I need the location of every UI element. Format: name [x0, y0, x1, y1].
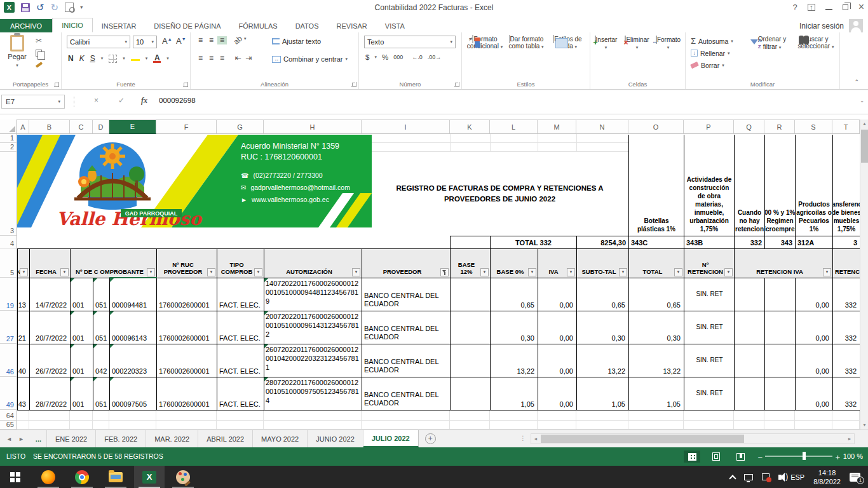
cell-empty[interactable]	[451, 344, 491, 377]
col-header-comprobante[interactable]: Nº DE C OMPROBANTE▼	[71, 249, 157, 278]
decrease-indent-icon[interactable]: ⇤	[233, 54, 243, 62]
row-header-filtered[interactable]: 19	[0, 278, 17, 311]
cell[interactable]: 0,00	[538, 344, 577, 377]
fill-color-icon[interactable]	[131, 54, 140, 63]
currency-format-icon[interactable]: $	[365, 53, 369, 61]
percent-format-icon[interactable]: %	[382, 53, 388, 61]
filter-icon[interactable]: ▼	[352, 268, 360, 276]
cell-proveedor[interactable]: BANCO CENTRAL DEL ECUADOR	[362, 311, 451, 344]
cell[interactable]: 26/7/2022	[30, 344, 71, 377]
cell[interactable]: 051	[93, 311, 110, 344]
tray-expand-icon[interactable]	[729, 475, 736, 482]
network-icon[interactable]	[744, 474, 753, 480]
expand-formula-bar-icon[interactable]: ⌄	[860, 98, 864, 104]
sheet-tab[interactable]: ABRIL 2022	[198, 430, 253, 447]
font-color-icon[interactable]: A	[153, 55, 161, 63]
number-dialog-launcher-icon[interactable]	[454, 82, 459, 87]
italic-button[interactable]: K	[79, 54, 85, 63]
cell[interactable]: 332	[833, 278, 860, 311]
decrease-decimal-icon[interactable]: .00→	[428, 54, 442, 60]
col-header-fecha[interactable]: FECHA▼	[30, 249, 71, 278]
font-dialog-launcher-icon[interactable]	[183, 82, 188, 87]
column-header[interactable]: A	[17, 120, 29, 134]
tax-header-agricolas[interactable]: Productos agricoilas o Pecuarios 1%	[796, 135, 833, 236]
total-code-s[interactable]: 312A	[796, 236, 833, 248]
cell[interactable]: 1760002600001	[157, 311, 217, 344]
taskbar-chrome[interactable]	[67, 466, 97, 488]
page-layout-view-icon[interactable]	[708, 451, 724, 463]
underline-button[interactable]: S	[90, 54, 95, 63]
clock[interactable]: 14:18 8/8/2022	[813, 468, 841, 486]
clear-button[interactable]: Borrar▾	[691, 59, 733, 71]
increase-indent-icon[interactable]: ⇥	[244, 54, 254, 62]
filter-icon[interactable]: ▼	[823, 268, 831, 276]
column-header[interactable]: G	[217, 120, 264, 134]
col-header-base0[interactable]: BASE 0%▼	[491, 249, 538, 278]
column-header[interactable]: I	[362, 120, 450, 134]
cell[interactable]: 0,30	[629, 311, 684, 344]
cell[interactable]: FACT. ELEC.	[217, 278, 264, 311]
filter-icon[interactable]: ▼	[674, 268, 682, 276]
cell-empty[interactable]	[765, 377, 796, 410]
total-amount[interactable]: 8254,30	[577, 236, 629, 248]
column-header[interactable]: M	[538, 120, 576, 134]
cell-autorizacion[interactable]: 2807202201176000260000120010510000975051…	[264, 377, 362, 410]
column-header[interactable]: K	[450, 120, 490, 134]
font-size-select[interactable]: 10▾	[133, 36, 157, 48]
cell-proveedor[interactable]: BANCO CENTRAL DEL ECUADOR	[362, 278, 451, 311]
tab-datos[interactable]: DATOS	[287, 19, 328, 32]
row-header-filtered[interactable]: 46	[0, 344, 17, 377]
cell[interactable]: 0,30	[491, 311, 538, 344]
sheet-tab[interactable]: MAR. 2022	[146, 430, 198, 447]
cell-empty[interactable]	[451, 236, 491, 248]
horizontal-scroll-thumb[interactable]	[541, 435, 744, 443]
row-header[interactable]: 4	[0, 236, 17, 248]
column-header[interactable]: L	[490, 120, 538, 134]
zoom-slider-thumb[interactable]	[803, 452, 806, 460]
align-left-icon[interactable]: ≡	[196, 54, 205, 62]
total-code-o[interactable]: 343C	[629, 236, 684, 248]
row-header-filtered[interactable]: 49	[0, 377, 17, 410]
cell-empty[interactable]	[765, 344, 796, 377]
borders-icon[interactable]	[109, 55, 117, 63]
scroll-up-icon[interactable]: ▲	[860, 119, 868, 128]
column-header-selected[interactable]: E	[109, 120, 156, 134]
fill-color-dropdown-icon[interactable]: ▾	[146, 56, 148, 61]
cell[interactable]: 001	[71, 278, 93, 311]
vertical-scroll-thumb[interactable]	[861, 130, 868, 163]
start-button[interactable]	[0, 466, 31, 488]
zoom-level[interactable]: 100 %	[843, 452, 863, 460]
cell[interactable]: 0,00	[796, 278, 833, 311]
merge-dropdown-icon[interactable]: ▾	[346, 57, 348, 62]
cell[interactable]: 43	[18, 377, 30, 410]
add-sheet-icon[interactable]: +	[425, 433, 436, 444]
normal-view-icon[interactable]	[684, 451, 700, 463]
column-header[interactable]: C	[70, 120, 93, 134]
total-label[interactable]: TOTAL 332	[491, 236, 577, 248]
sort-filter-button[interactable]: AZ Ordenar y filtrar ▾	[752, 36, 792, 51]
taskbar-firefox[interactable]	[33, 466, 64, 488]
horizontal-scrollbar[interactable]: ◄ ►	[531, 433, 855, 444]
collapse-ribbon-icon[interactable]: ⌃	[854, 79, 859, 85]
cell[interactable]: 40	[18, 344, 30, 377]
cell[interactable]: 14/7/2022	[30, 278, 71, 311]
underline-dropdown-icon[interactable]: ▾	[101, 56, 104, 61]
tax-header-microempresa[interactable]: 100 % y 1%.- Regimen microempresa	[765, 135, 796, 236]
cell[interactable]: FACT. ELEC.	[217, 344, 264, 377]
row-header[interactable]: 64	[0, 410, 17, 421]
grow-font-icon[interactable]: A▲	[162, 36, 172, 46]
taskbar-explorer[interactable]	[100, 466, 131, 488]
cell[interactable]: SIN. RET	[684, 311, 735, 344]
notification-icon[interactable]: 1	[850, 473, 860, 482]
delete-cells-button[interactable]: × Eliminar▾	[622, 36, 652, 51]
cell-empty[interactable]	[451, 377, 491, 410]
cell[interactable]: 0,00	[538, 377, 577, 410]
column-header[interactable]: S	[795, 120, 832, 134]
wrap-text-button[interactable]: Ajustar texto	[272, 37, 321, 45]
cell[interactable]: 13,22	[491, 344, 538, 377]
name-box[interactable]: E7▾	[1, 95, 65, 109]
cell-styles-button[interactable]: Estilos de celda ▾	[547, 36, 588, 50]
col-header-ruc[interactable]: Nº RUC PROVEEDOR▼	[157, 249, 217, 278]
zoom-slider-track[interactable]	[765, 456, 832, 457]
row-header[interactable]: 5	[0, 248, 17, 278]
